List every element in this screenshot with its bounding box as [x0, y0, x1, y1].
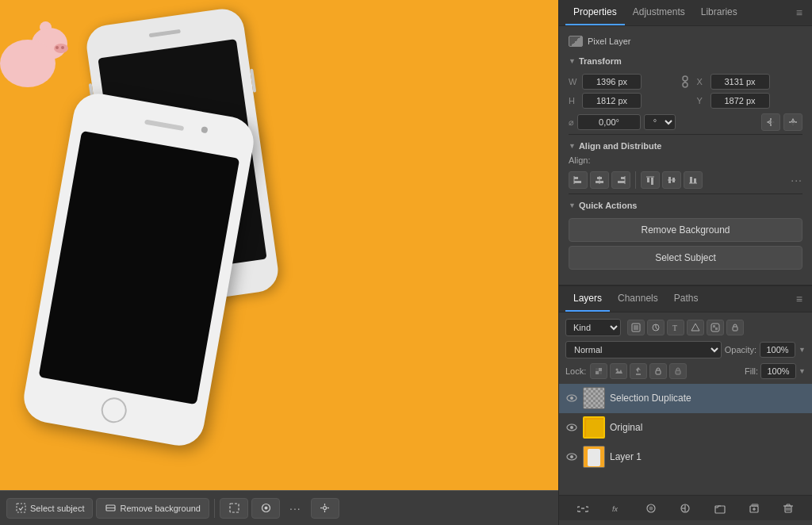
remove-background-button[interactable]: Remove Background	[569, 218, 802, 242]
svg-rect-30	[694, 178, 696, 183]
link-layers-button[interactable]	[574, 500, 592, 517]
create-group-button[interactable]	[711, 500, 729, 517]
y-group: Y	[697, 93, 803, 109]
svg-point-12	[683, 82, 688, 87]
canvas-area: Select subject Remove background	[0, 0, 558, 525]
svg-point-44	[616, 369, 619, 371]
canvas-toolbar: Select subject Remove background	[0, 490, 558, 525]
lock-label: Lock:	[565, 366, 586, 376]
align-bottom-button[interactable]	[684, 171, 703, 189]
y-input[interactable]	[710, 93, 770, 109]
canvas-content	[0, 0, 558, 490]
filter-pixel-icon[interactable]	[627, 320, 645, 335]
align-buttons-row: ···	[569, 171, 802, 189]
align-right-button[interactable]	[611, 171, 630, 189]
lock-row: Lock: Fill:	[559, 362, 812, 384]
layers-menu-button[interactable]: ≡	[793, 289, 806, 308]
filter-lock-icon[interactable]	[726, 320, 744, 335]
fill-input[interactable]	[760, 363, 796, 379]
lock-transparent-button[interactable]	[590, 363, 607, 379]
svg-point-49	[570, 397, 573, 400]
remove-background-toolbar-button[interactable]: Remove background	[96, 498, 209, 519]
svg-rect-3	[230, 504, 239, 512]
align-middle-v-button[interactable]	[662, 171, 681, 189]
lock-position-button[interactable]	[630, 363, 647, 379]
transform-section-header[interactable]: ▼ Transform	[569, 53, 802, 69]
svg-rect-60	[715, 506, 725, 513]
remove-background-icon	[105, 503, 116, 514]
select-subject-toolbar-button[interactable]: Select subject	[6, 498, 93, 519]
svg-rect-14	[574, 177, 578, 179]
height-group: H	[569, 93, 675, 109]
properties-menu-button[interactable]: ≡	[793, 3, 806, 22]
layer-thumb-1	[583, 387, 605, 409]
chain-link-icon[interactable]	[678, 75, 692, 89]
tab-libraries[interactable]: Libraries	[693, 0, 745, 25]
rotate-input[interactable]	[577, 114, 641, 130]
layer-visibility-toggle-3[interactable]	[565, 450, 578, 463]
filter-shape-icon[interactable]	[687, 320, 704, 335]
tab-adjustments[interactable]: Adjustments	[625, 0, 693, 25]
width-input[interactable]	[582, 74, 642, 90]
pixel-layer-label: Pixel Layer	[588, 36, 630, 46]
flip-vertical-button[interactable]	[783, 113, 802, 131]
transform-section-label: Transform	[579, 56, 622, 66]
layers-bottom-toolbar: fx	[559, 495, 812, 520]
svg-point-51	[570, 426, 573, 429]
layers-tabs: Layers Channels Paths ≡	[559, 286, 812, 312]
opacity-label: Opacity:	[725, 345, 756, 354]
tab-paths[interactable]: Paths	[666, 286, 707, 312]
filter-smart-icon[interactable]	[707, 320, 724, 335]
x-input[interactable]	[710, 74, 770, 90]
settings-toolbar-button[interactable]	[311, 498, 339, 519]
svg-text:T: T	[672, 324, 677, 332]
align-section-header[interactable]: ▼ Align and Distribute	[569, 138, 802, 154]
kind-select[interactable]: Kind	[565, 319, 621, 336]
brush-tool-button[interactable]	[251, 498, 280, 519]
opacity-input[interactable]	[760, 342, 795, 358]
blend-mode-select[interactable]: Normal	[565, 341, 722, 358]
canvas-image[interactable]	[0, 0, 558, 490]
align-center-h-button[interactable]	[590, 171, 609, 189]
tab-channels[interactable]: Channels	[610, 286, 666, 312]
add-fx-button[interactable]: fx	[608, 500, 626, 517]
divider-1	[569, 134, 802, 135]
fill-arrow-icon[interactable]: ▼	[799, 367, 806, 375]
tab-properties[interactable]: Properties	[565, 0, 625, 25]
align-top-button[interactable]	[641, 171, 660, 189]
height-input[interactable]	[582, 93, 642, 109]
tab-layers[interactable]: Layers	[565, 286, 610, 312]
lock-image-button[interactable]	[610, 363, 627, 379]
svg-rect-40	[596, 368, 599, 371]
add-layer-button[interactable]	[745, 500, 763, 517]
svg-point-5	[264, 507, 267, 510]
delete-layer-button[interactable]	[779, 500, 797, 517]
svg-rect-21	[618, 181, 625, 183]
add-mask-button[interactable]	[642, 500, 660, 517]
select-subject-icon	[15, 503, 26, 514]
layer-row-original[interactable]: Original	[559, 413, 812, 443]
lock-artboard-button[interactable]	[649, 363, 667, 379]
filter-adjustment-icon[interactable]	[647, 320, 665, 335]
settings-icon	[320, 503, 331, 514]
selection-tool-button[interactable]	[220, 498, 248, 519]
select-subject-button[interactable]: Select Subject	[569, 246, 802, 270]
lock-all-button[interactable]	[669, 363, 687, 379]
filter-type-icon[interactable]: T	[667, 320, 684, 335]
flip-horizontal-button[interactable]	[761, 113, 780, 131]
svg-point-6	[324, 507, 327, 510]
add-adjustment-button[interactable]	[676, 500, 694, 517]
layer-row-selection-duplicate[interactable]: Selection Duplicate	[559, 384, 812, 413]
align-left-button[interactable]	[569, 171, 588, 189]
opacity-arrow-icon[interactable]: ▼	[799, 346, 806, 354]
kind-filter-icons: T	[627, 320, 744, 335]
rotate-unit-select[interactable]: °	[644, 114, 676, 130]
layer-row-layer1[interactable]: Layer 1	[559, 443, 812, 472]
quick-actions-header[interactable]: ▼ Quick Actions	[569, 197, 802, 213]
layer-visibility-toggle-1[interactable]	[565, 392, 578, 404]
layer-visibility-toggle-2[interactable]	[565, 421, 578, 434]
toolbar-more-dots[interactable]: ···	[283, 498, 308, 519]
svg-rect-38	[715, 328, 718, 330]
svg-rect-43	[599, 371, 602, 374]
align-more-dots[interactable]: ···	[791, 174, 802, 186]
